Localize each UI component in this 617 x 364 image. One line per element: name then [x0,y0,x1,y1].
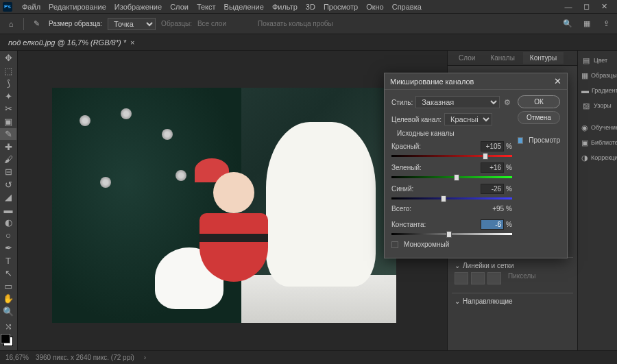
side-tab-swatches[interactable]: ▦Образцы [578,69,617,82]
menu-text[interactable]: Текст [193,3,220,11]
gradients-icon: ▬ [581,86,589,95]
color-swatches-icon[interactable] [0,333,16,349]
blur-tool-icon[interactable]: ◐ [0,217,16,228]
document-tab[interactable]: под елкой.jpg @ 16,7% (RGB/8*) * [8,38,126,47]
eyedropper-icon[interactable]: ✎ [29,17,43,31]
gear-icon[interactable]: ⚙ [503,95,512,109]
pixels-label: Пикселы [508,272,536,284]
wand-tool-icon[interactable]: ✦ [0,90,16,101]
blue-slider[interactable] [391,195,512,201]
acc-rulers-grids[interactable]: ⌄Линейки и сетки [455,262,570,269]
dialog-close-icon[interactable]: ✕ [554,76,561,86]
maximize-icon[interactable]: ◻ [581,2,591,12]
marquee-tool-icon[interactable]: ⬚ [0,64,16,76]
grid2-btn-icon[interactable] [487,272,501,284]
red-label: Красный: [391,143,421,150]
move-tool-icon[interactable]: ✥ [0,52,16,64]
preview-label: Просмотр [529,136,560,144]
status-bar: 16,67% 3960 пикс. x 2640 пикс. (72 ppi) … [0,350,617,364]
tab-channels[interactable]: Каналы [483,52,522,64]
green-input[interactable] [481,162,504,173]
menu-view[interactable]: Просмотр [319,3,362,11]
type-tool-icon[interactable]: T [0,255,16,267]
tab-paths[interactable]: Контуры [523,52,564,64]
red-slider[interactable] [391,153,512,158]
dialog-titlebar[interactable]: Микширование каналов ✕ [385,73,567,90]
pen-tool-icon[interactable]: ✒ [0,242,16,254]
red-input[interactable] [481,141,504,151]
crop-tool-icon[interactable]: ✂ [0,103,16,114]
constant-input[interactable] [481,219,504,230]
collapsed-side-panels: ▤Цвет ▦Образцы ▬Градиенты ▨Узоры ◉Обучен… [577,51,617,350]
eyedropper-tool-icon[interactable]: ✎ [0,128,16,140]
color-swap-icon[interactable]: ⤭ [0,321,16,332]
history-brush-icon[interactable]: ↺ [0,179,16,191]
mono-checkbox[interactable] [391,241,398,248]
brush-tool-icon[interactable]: 🖌 [0,154,16,165]
zoom-level[interactable]: 16,67% [5,354,29,361]
ruler-btn-icon[interactable] [455,272,468,284]
hand-tool-icon[interactable]: ✋ [0,293,16,304]
dialog-title: Микширование каналов [390,77,474,86]
eraser-tool-icon[interactable]: ◢ [0,191,16,203]
dodge-tool-icon[interactable]: ○ [0,230,16,241]
menu-3d[interactable]: 3D [302,3,319,11]
sample-size-select[interactable]: Точка [108,18,156,30]
blue-input[interactable] [481,184,504,194]
constant-slider[interactable] [391,231,512,236]
cancel-button[interactable]: Отмена [518,111,560,124]
acc-guides[interactable]: ⌄Направляющие [455,298,570,305]
canvas-area[interactable] [18,51,447,350]
path-tool-icon[interactable]: ↖ [0,267,16,279]
minimize-icon[interactable]: — [564,2,573,12]
side-tab-adjustments[interactable]: ◑Коррекция [578,151,617,165]
search-icon[interactable]: 🔍 [561,17,574,31]
stamp-tool-icon[interactable]: ⊟ [0,166,16,178]
panel-tabs: Слои Каналы Контуры [448,51,577,66]
tab-layers[interactable]: Слои [452,52,482,64]
source-channels-label: Исходные каналы [397,130,512,137]
target-channel-label: Целевой канал: [391,116,441,123]
share-icon[interactable]: ⇪ [599,17,613,31]
menu-select[interactable]: Выделение [220,3,268,11]
constant-label: Константа: [391,221,426,228]
menu-layers[interactable]: Слои [166,3,193,11]
preview-checkbox[interactable] [518,137,523,144]
menu-edit[interactable]: Редактирование [45,3,110,11]
close-icon[interactable]: ✕ [599,2,609,12]
home-icon[interactable]: ⌂ [4,17,18,31]
menu-image[interactable]: Изображение [110,3,166,11]
menu-file[interactable]: Файл [18,3,45,11]
canvas-image [52,88,396,323]
menu-filter[interactable]: Фильтр [268,3,302,11]
zoom-tool-icon[interactable]: 🔍 [0,305,16,317]
samples-label: Образцы: [161,20,192,27]
side-tab-color[interactable]: ▤Цвет [578,53,617,67]
learn-icon: ◉ [581,123,588,132]
workspace-icon[interactable]: ▦ [580,17,594,31]
green-label: Зеленый: [391,164,422,171]
heal-tool-icon[interactable]: ✚ [0,141,16,152]
doc-dimensions: 3960 пикс. x 2640 пикс. (72 ppi) [36,354,134,361]
side-tab-gradients[interactable]: ▬Градиенты [578,84,617,97]
shape-tool-icon[interactable]: ▭ [0,280,16,291]
frame-tool-icon[interactable]: ▣ [0,115,16,127]
style-select[interactable]: Заказная [415,96,500,108]
total-label: Всего: [391,205,411,213]
samples-value: Все слои [197,20,226,27]
options-bar: ⌂ ✎ Размер образца: Точка Образцы: Все с… [0,14,617,34]
menu-bar: Ps Файл Редактирование Изображение Слои … [0,0,617,14]
chevron-right-icon[interactable]: › [144,354,146,361]
lasso-tool-icon[interactable]: ⟆ [0,77,16,89]
gradient-tool-icon[interactable]: ▬ [0,204,16,216]
side-tab-learn[interactable]: ◉Обучение [578,121,617,134]
ok-button[interactable]: ОК [518,95,560,108]
grid-btn-icon[interactable] [471,272,485,284]
target-channel-select[interactable]: Красный [444,113,492,125]
green-slider[interactable] [391,174,512,180]
doc-tab-close-icon[interactable]: × [130,38,134,47]
side-tab-libraries[interactable]: ▣Библиотеки [578,136,617,149]
menu-help[interactable]: Справка [388,3,426,11]
side-tab-patterns[interactable]: ▨Узоры [578,99,617,112]
menu-window[interactable]: Окно [362,3,388,11]
